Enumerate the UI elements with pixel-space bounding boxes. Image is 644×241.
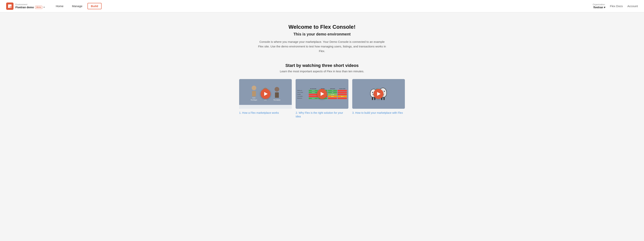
description: Console is where you manage your marketp… bbox=[256, 40, 388, 53]
cell-5-1: Very low bbox=[309, 98, 318, 99]
play-triangle-icon-3 bbox=[377, 92, 380, 96]
flex-docs-link[interactable]: Flex Docs bbox=[610, 5, 623, 8]
env-name-row[interactable]: Fivetran demo demo ▾ bbox=[16, 6, 44, 9]
org-area: Organization: fivetran ▾ bbox=[593, 3, 605, 9]
col-no-code: No-Code SaaS bbox=[309, 88, 318, 89]
env-title: Environment bbox=[16, 3, 44, 6]
cell-2-1: Very fast bbox=[309, 92, 318, 93]
video-card-2: No-Code SaaS Headless Self-hosted Custom… bbox=[296, 79, 348, 119]
video-thumbnail-3[interactable]: ✓ D bbox=[352, 79, 405, 109]
org-label: Organization: bbox=[593, 3, 605, 6]
videos-subtitle: Learn the most important aspects of Flex… bbox=[239, 70, 405, 73]
cell-2-3: Fast bbox=[328, 92, 337, 93]
figure-buyer-role: The Buyer bbox=[251, 99, 257, 101]
env-label: Environment Fivetran demo demo ▾ bbox=[16, 3, 44, 9]
org-name: fivetran bbox=[594, 6, 603, 9]
row-label-flex: Flexibility bbox=[297, 94, 308, 95]
org-chevron-icon: ▾ bbox=[604, 6, 605, 9]
video-card-1: Katri The Buyer Luis The Admin bbox=[239, 79, 292, 119]
play-triangle-icon-2 bbox=[321, 92, 324, 96]
chevron-down-icon: ▾ bbox=[44, 6, 44, 9]
header: Environment Fivetran demo demo ▾ Home Ma… bbox=[0, 0, 644, 12]
char-2-eye-right bbox=[384, 91, 385, 92]
video-link-3[interactable]: 3. How to build your marketplace with Fl… bbox=[352, 111, 405, 115]
env-name: Fivetran demo bbox=[16, 6, 34, 9]
figure-admin-role: The Admin bbox=[274, 99, 280, 101]
col-label-empty bbox=[297, 88, 308, 89]
char-1-legs bbox=[372, 97, 376, 100]
cell-3-1 bbox=[309, 94, 318, 95]
cell-5-3 bbox=[328, 98, 337, 99]
char-2-legs bbox=[381, 97, 385, 100]
videos-section-title: Start by watching three short videos bbox=[239, 63, 405, 68]
play-triangle-icon-1 bbox=[264, 92, 268, 96]
char-1-leg-left bbox=[372, 97, 373, 100]
cell-2-4 bbox=[338, 92, 347, 93]
cell-1-4 bbox=[338, 90, 347, 91]
cell-4-1 bbox=[309, 96, 318, 97]
video-thumbnail-1[interactable]: Katri The Buyer Luis The Admin bbox=[239, 79, 292, 109]
col-self-hosted: Self-hosted bbox=[328, 88, 337, 89]
figure-admin: The Admin bbox=[274, 87, 280, 101]
demo-badge: demo bbox=[35, 6, 42, 9]
video-link-1[interactable]: 1. How a Flex marketplace works bbox=[239, 111, 292, 115]
cell-1-1: Very low bbox=[309, 90, 318, 91]
play-button-3[interactable] bbox=[374, 89, 384, 99]
header-right: Organization: fivetran ▾ Flex Docs Accou… bbox=[593, 3, 638, 9]
welcome-title: Welcome to Flex Console! bbox=[239, 24, 405, 30]
thumb1-bottom-strip bbox=[239, 105, 292, 109]
figure-buyer: Katri The Buyer bbox=[251, 86, 257, 101]
char-1-eye-left bbox=[372, 92, 373, 93]
nav-item-home[interactable]: Home bbox=[52, 3, 67, 9]
account-link[interactable]: Account bbox=[628, 5, 638, 8]
figure-seller-name: Luis bbox=[264, 99, 267, 101]
row-label-time: Time to market bbox=[297, 92, 308, 93]
play-button-2[interactable] bbox=[317, 89, 327, 99]
figure-buyer-name: Katri bbox=[252, 97, 256, 99]
cell-3-4 bbox=[338, 94, 347, 95]
char-2-leg-right bbox=[384, 97, 385, 100]
main-nav: Home Manage Build bbox=[52, 3, 592, 9]
logo-area: Environment Fivetran demo demo ▾ bbox=[6, 3, 44, 10]
nav-item-build[interactable]: Build bbox=[88, 3, 102, 9]
cell-5-4 bbox=[338, 98, 347, 99]
logo-icon bbox=[6, 3, 14, 10]
cell-3-3: Very High bbox=[328, 94, 337, 95]
row-label-building: Building cost bbox=[297, 90, 308, 91]
cell-4-4: Medium bbox=[338, 96, 347, 97]
row-label-custom: Customisation bbox=[297, 96, 308, 97]
cell-1-3: Low bbox=[328, 90, 337, 91]
nav-item-manage[interactable]: Manage bbox=[68, 3, 86, 9]
org-name-row[interactable]: fivetran ▾ bbox=[594, 6, 606, 9]
video-thumbnail-2[interactable]: No-Code SaaS Headless Self-hosted Custom… bbox=[296, 79, 348, 109]
video-link-2[interactable]: 2. Why Flex is the right solution for yo… bbox=[296, 111, 348, 119]
row-label-maint: Maintenance bbox=[297, 98, 308, 99]
video-cards: Katri The Buyer Luis The Admin bbox=[239, 79, 405, 119]
svg-rect-1 bbox=[10, 6, 12, 8]
main-content: Welcome to Flex Console! This is your de… bbox=[235, 12, 409, 134]
col-custom: Custom-coded bbox=[338, 88, 347, 89]
play-button-1[interactable] bbox=[260, 89, 270, 99]
demo-subtitle: This is your demo environment bbox=[239, 32, 405, 37]
cell-4-3: Medium bbox=[328, 96, 337, 97]
video-card-3: ✓ D bbox=[352, 79, 405, 119]
